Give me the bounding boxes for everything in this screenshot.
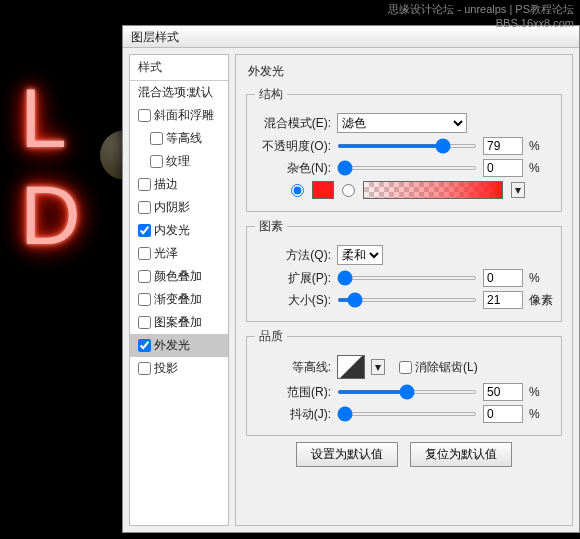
sidebar-checkbox[interactable]	[138, 201, 151, 214]
spread-label: 扩展(P):	[255, 270, 331, 287]
range-slider[interactable]	[337, 390, 477, 394]
sidebar-item-label: 纹理	[166, 153, 190, 170]
color-radio[interactable]	[291, 184, 304, 197]
technique-label: 方法(Q):	[255, 247, 331, 264]
elements-group: 图素 方法(Q): 柔和 扩展(P): % 大小(S):	[246, 218, 562, 322]
sidebar-header[interactable]: 样式	[130, 55, 228, 81]
noise-unit: %	[529, 161, 553, 175]
sidebar-item-label: 外发光	[154, 337, 190, 354]
sidebar-item-7[interactable]: 颜色叠加	[130, 265, 228, 288]
watermark: 思缘设计论坛 - unrealps | PS教程论坛 BBS.16xx8.com	[388, 2, 574, 31]
spread-slider[interactable]	[337, 276, 477, 280]
sidebar-item-label: 光泽	[154, 245, 178, 262]
range-input[interactable]	[483, 383, 523, 401]
spread-input[interactable]	[483, 269, 523, 287]
range-unit: %	[529, 385, 553, 399]
blend-mode-label: 混合模式(E):	[255, 115, 331, 132]
sidebar-item-5[interactable]: 内发光	[130, 219, 228, 242]
sidebar-checkbox[interactable]	[138, 224, 151, 237]
gradient-radio[interactable]	[342, 184, 355, 197]
noise-slider[interactable]	[337, 166, 477, 170]
panel-title: 外发光	[248, 63, 562, 80]
structure-group: 结构 混合模式(E): 滤色 不透明度(O): % 杂色(N):	[246, 86, 562, 212]
sidebar-item-label: 颜色叠加	[154, 268, 202, 285]
noise-input[interactable]	[483, 159, 523, 177]
sidebar-item-label: 图案叠加	[154, 314, 202, 331]
watermark-line2: BBS.16xx8.com	[388, 16, 574, 30]
sidebar-item-label: 内阴影	[154, 199, 190, 216]
jitter-label: 抖动(J):	[255, 406, 331, 423]
gradient-swatch[interactable]	[363, 181, 503, 199]
size-slider[interactable]	[337, 298, 477, 302]
reset-default-button[interactable]: 复位为默认值	[410, 442, 512, 467]
noise-label: 杂色(N):	[255, 160, 331, 177]
dropdown-icon[interactable]: ▾	[511, 182, 525, 198]
watermark-line1: 思缘设计论坛 - unrealps | PS教程论坛	[388, 2, 574, 16]
layer-style-dialog: 图层样式 样式 混合选项:默认 斜面和浮雕等高线纹理描边内阴影内发光光泽颜色叠加…	[122, 25, 580, 533]
opacity-unit: %	[529, 139, 553, 153]
make-default-button[interactable]: 设置为默认值	[296, 442, 398, 467]
structure-legend: 结构	[255, 86, 287, 103]
effect-panel: 外发光 结构 混合模式(E): 滤色 不透明度(O): % 杂色(N):	[235, 54, 573, 526]
sidebar-item-label: 投影	[154, 360, 178, 377]
sidebar-item-label: 渐变叠加	[154, 291, 202, 308]
sidebar-item-9[interactable]: 图案叠加	[130, 311, 228, 334]
styles-sidebar: 样式 混合选项:默认 斜面和浮雕等高线纹理描边内阴影内发光光泽颜色叠加渐变叠加图…	[129, 54, 229, 526]
antialias-checkbox[interactable]: 消除锯齿(L)	[399, 359, 478, 376]
sidebar-item-6[interactable]: 光泽	[130, 242, 228, 265]
jitter-unit: %	[529, 407, 553, 421]
sidebar-checkbox[interactable]	[138, 339, 151, 352]
blend-mode-select[interactable]: 滤色	[337, 113, 467, 133]
size-unit: 像素	[529, 292, 553, 309]
sidebar-item-label: 混合选项:默认	[138, 84, 213, 101]
sidebar-checkbox[interactable]	[138, 270, 151, 283]
sidebar-checkbox[interactable]	[150, 132, 163, 145]
contour-picker[interactable]	[337, 355, 365, 379]
elements-legend: 图素	[255, 218, 287, 235]
range-label: 范围(R):	[255, 384, 331, 401]
technique-select[interactable]: 柔和	[337, 245, 383, 265]
size-label: 大小(S):	[255, 292, 331, 309]
sidebar-item-1[interactable]: 等高线	[130, 127, 228, 150]
quality-legend: 品质	[255, 328, 287, 345]
sidebar-checkbox[interactable]	[138, 178, 151, 191]
spread-unit: %	[529, 271, 553, 285]
sidebar-item-2[interactable]: 纹理	[130, 150, 228, 173]
dropdown-icon[interactable]: ▾	[371, 359, 385, 375]
jitter-slider[interactable]	[337, 412, 477, 416]
sidebar-item-0[interactable]: 斜面和浮雕	[130, 104, 228, 127]
sidebar-checkbox[interactable]	[150, 155, 163, 168]
sidebar-item-label: 等高线	[166, 130, 202, 147]
sidebar-item-8[interactable]: 渐变叠加	[130, 288, 228, 311]
opacity-label: 不透明度(O):	[255, 138, 331, 155]
sidebar-item-11[interactable]: 投影	[130, 357, 228, 380]
opacity-input[interactable]	[483, 137, 523, 155]
size-input[interactable]	[483, 291, 523, 309]
sidebar-checkbox[interactable]	[138, 362, 151, 375]
sidebar-item-label: 描边	[154, 176, 178, 193]
contour-label: 等高线:	[255, 359, 331, 376]
sidebar-item-label: 斜面和浮雕	[154, 107, 214, 124]
sidebar-item-label: 内发光	[154, 222, 190, 239]
sidebar-checkbox[interactable]	[138, 316, 151, 329]
sidebar-blend-defaults[interactable]: 混合选项:默认	[130, 81, 228, 104]
jitter-input[interactable]	[483, 405, 523, 423]
sidebar-checkbox[interactable]	[138, 109, 151, 122]
sidebar-checkbox[interactable]	[138, 293, 151, 306]
antialias-label: 消除锯齿(L)	[415, 359, 478, 376]
sidebar-item-10[interactable]: 外发光	[130, 334, 228, 357]
sidebar-item-4[interactable]: 内阴影	[130, 196, 228, 219]
opacity-slider[interactable]	[337, 144, 477, 148]
neon-preview: L D	[20, 70, 81, 263]
quality-group: 品质 等高线: ▾ 消除锯齿(L) 范围(R): %	[246, 328, 562, 436]
color-swatch[interactable]	[312, 181, 334, 199]
sidebar-item-3[interactable]: 描边	[130, 173, 228, 196]
sidebar-checkbox[interactable]	[138, 247, 151, 260]
